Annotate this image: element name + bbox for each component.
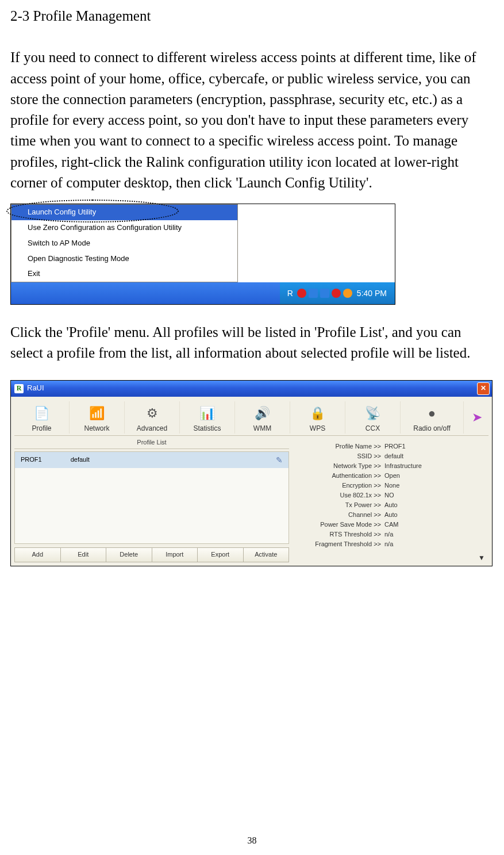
paragraph-1: If you need to connect to different wire…: [10, 47, 494, 193]
detail-value: n/a: [383, 530, 488, 539]
expand-arrow-icon[interactable]: ➤: [469, 409, 488, 426]
statistics-icon: 📊: [199, 404, 215, 423]
tab-label: Advanced: [137, 424, 167, 434]
add-button[interactable]: Add: [14, 547, 61, 562]
detail-key: Tx Power >>: [297, 500, 383, 510]
profile-list[interactable]: PROF1 default ✎: [14, 451, 289, 544]
tab-label: Network: [84, 424, 109, 434]
section-heading: 2-3 Profile Management: [10, 6, 494, 26]
context-menu-item-diagnostic[interactable]: Open Diagnostic Testing Mode: [11, 251, 237, 267]
tab-ccx[interactable]: 📡CCX: [345, 401, 401, 434]
figure-context-menu: Launch Config Utility Use Zero Configura…: [10, 204, 395, 305]
context-menu-item-switch-ap[interactable]: Switch to AP Mode: [11, 236, 237, 251]
tray-icons: R: [286, 289, 352, 298]
raui-titlebar: R RaUI ✕: [11, 381, 492, 397]
tray-shield-icon[interactable]: [297, 289, 306, 298]
tab-label: CCX: [366, 424, 380, 434]
advanced-icon: ⚙: [147, 404, 158, 423]
detail-key: Power Save Mode >>: [297, 520, 383, 530]
profile-button-row: Add Edit Delete Import Export Activate: [14, 547, 289, 562]
detail-value: Auto: [383, 510, 488, 520]
profile-row[interactable]: PROF1 default ✎: [15, 452, 288, 468]
tab-label: Statistics: [193, 424, 221, 434]
import-button[interactable]: Import: [152, 547, 198, 562]
raui-window-title: RaUI: [27, 383, 44, 394]
delete-button[interactable]: Delete: [106, 547, 152, 562]
detail-key: SSID >>: [297, 451, 383, 461]
profile-list-header: Profile List: [14, 438, 289, 449]
tab-label: Radio on/off: [413, 424, 451, 434]
detail-value: None: [383, 481, 488, 490]
detail-key: RTS Threshold >>: [297, 530, 383, 539]
detail-value: Infrastructure: [383, 461, 488, 471]
wps-icon: 🔒: [310, 404, 325, 423]
tray-network-icon[interactable]: [309, 289, 318, 298]
highlight-ellipse: [6, 200, 179, 223]
detail-key: Channel >>: [297, 510, 383, 520]
profile-icon: 📄: [34, 404, 49, 423]
tray-wifi-icon[interactable]: [343, 289, 352, 298]
figure-raui-window: R RaUI ✕ 📄Profile 📶Network ⚙Advanced 📊St…: [10, 380, 493, 566]
detail-value: NO: [383, 490, 488, 500]
detail-key: Profile Name >>: [297, 442, 383, 451]
tray-antivirus-icon[interactable]: [332, 289, 341, 298]
tab-wmm[interactable]: 🔊WMM: [235, 401, 290, 434]
detail-value: Auto: [383, 500, 488, 510]
tab-profile[interactable]: 📄Profile: [14, 401, 70, 434]
tab-advanced[interactable]: ⚙Advanced: [125, 401, 180, 434]
context-menu-item-exit[interactable]: Exit: [11, 266, 237, 282]
detail-key: Authentication >>: [297, 471, 383, 481]
paragraph-2: Click the 'Profile' menu. All profiles w…: [10, 322, 494, 364]
edit-button[interactable]: Edit: [61, 547, 107, 562]
wmm-icon: 🔊: [255, 404, 270, 423]
tab-wps[interactable]: 🔒WPS: [290, 401, 345, 434]
context-menu-item-use-zero[interactable]: Use Zero Configuration as Configuration …: [11, 220, 237, 236]
export-button[interactable]: Export: [198, 547, 244, 562]
page-number: 38: [10, 834, 494, 847]
tab-label: WPS: [310, 424, 325, 434]
tray-volume-icon[interactable]: [320, 289, 329, 298]
ccx-icon: 📡: [365, 404, 380, 423]
profile-details: Profile Name >>PROF1 SSID >>default Netw…: [295, 438, 488, 562]
tab-statistics[interactable]: 📊Statistics: [180, 401, 235, 434]
raui-tabbar: 📄Profile 📶Network ⚙Advanced 📊Statistics …: [14, 400, 488, 436]
tab-network[interactable]: 📶Network: [70, 401, 125, 434]
detail-key: Encryption >>: [297, 481, 383, 490]
detail-key: Fragment Threshold >>: [297, 539, 383, 549]
detail-value: PROF1: [383, 442, 488, 451]
taskbar-clock: 5:40 PM: [357, 287, 387, 299]
tab-radio[interactable]: ●Radio on/off: [401, 401, 464, 434]
activate-button[interactable]: Activate: [244, 547, 290, 562]
detail-value: n/a: [383, 539, 488, 549]
collapse-caret-icon[interactable]: ▼: [478, 553, 485, 563]
close-button[interactable]: ✕: [477, 382, 490, 395]
detail-key: Network Type >>: [297, 461, 383, 471]
profile-row-name: PROF1: [21, 455, 42, 465]
system-tray: R 5:40 PM: [280, 282, 395, 304]
detail-key: Use 802.1x >>: [297, 490, 383, 500]
tab-label: Profile: [32, 424, 51, 434]
radio-icon: ●: [428, 404, 436, 423]
tab-label: WMM: [253, 424, 271, 434]
detail-value: CAM: [383, 520, 488, 530]
detail-value: Open: [383, 471, 488, 481]
profile-row-edit-icon[interactable]: ✎: [276, 454, 283, 466]
network-icon: 📶: [89, 404, 105, 423]
taskbar: R 5:40 PM: [11, 282, 395, 304]
tray-icon[interactable]: R: [286, 289, 295, 298]
detail-value: default: [383, 451, 488, 461]
raui-app-icon: R: [14, 384, 24, 393]
profile-row-ssid: default: [71, 455, 90, 465]
